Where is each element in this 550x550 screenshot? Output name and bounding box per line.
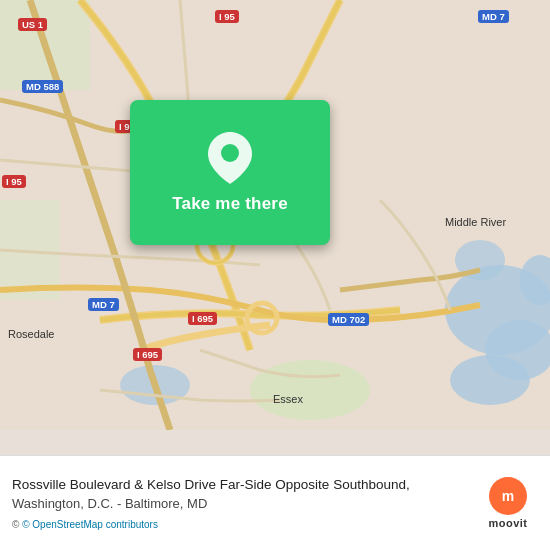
svg-text:m: m — [502, 488, 514, 504]
label-rosedale: Rosedale — [8, 328, 54, 340]
badge-us1: US 1 — [18, 18, 47, 31]
badge-i95-top: I 95 — [215, 10, 239, 23]
address-line1: Rossville Boulevard & Kelso Drive Far-Si… — [12, 476, 468, 495]
badge-md7-bottom: MD 7 — [88, 298, 119, 311]
moovit-logo: m moovit — [478, 477, 538, 529]
label-essex: Essex — [273, 393, 303, 405]
moovit-text: moovit — [488, 517, 527, 529]
svg-point-8 — [250, 360, 370, 420]
take-me-there-button[interactable]: Take me there — [172, 194, 288, 214]
badge-i695-mid: I 695 — [188, 312, 217, 325]
map-container: US 1 I 95 MD 588 I 95 I 95 MD 7 I 695 I … — [0, 0, 550, 550]
badge-md7-top: MD 7 — [478, 10, 509, 23]
bottom-bar: Rossville Boulevard & Kelso Drive Far-Si… — [0, 455, 550, 550]
badge-i95-left: I 95 — [2, 175, 26, 188]
address-line2: Washington, D.C. - Baltimore, MD — [12, 495, 468, 513]
badge-i695-left: I 695 — [133, 348, 162, 361]
location-pin-icon — [208, 132, 252, 184]
osm-link[interactable]: © OpenStreetMap contributors — [22, 519, 158, 530]
svg-point-3 — [450, 355, 530, 405]
address-block: Rossville Boulevard & Kelso Drive Far-Si… — [12, 476, 478, 530]
moovit-icon: m — [489, 477, 527, 515]
osm-attribution: © © OpenStreetMap contributors — [12, 519, 468, 530]
badge-md702: MD 702 — [328, 313, 369, 326]
label-middle-river: Middle River — [445, 215, 506, 229]
overlay-card[interactable]: Take me there — [130, 100, 330, 245]
badge-md588: MD 588 — [22, 80, 63, 93]
svg-point-14 — [221, 144, 239, 162]
copyright-symbol: © — [12, 519, 19, 530]
